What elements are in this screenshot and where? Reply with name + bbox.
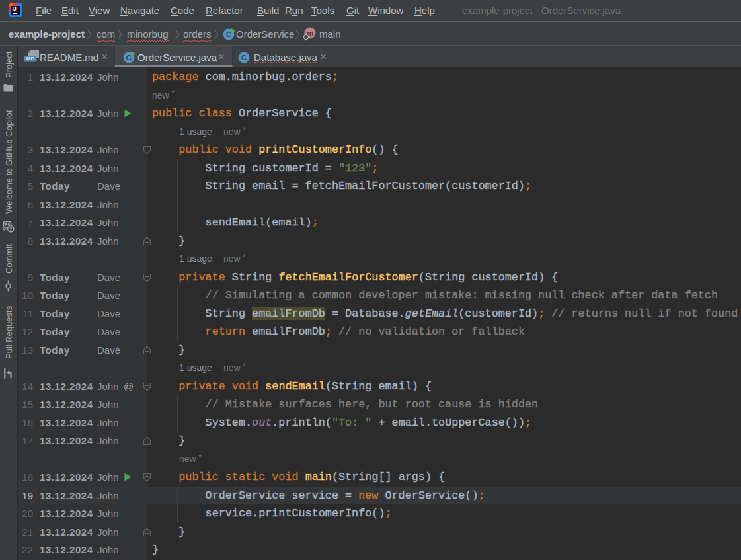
svg-text:C: C xyxy=(241,54,247,61)
svg-text:C: C xyxy=(226,30,231,38)
svg-text:MD: MD xyxy=(26,56,35,61)
svg-text:C: C xyxy=(126,54,132,61)
